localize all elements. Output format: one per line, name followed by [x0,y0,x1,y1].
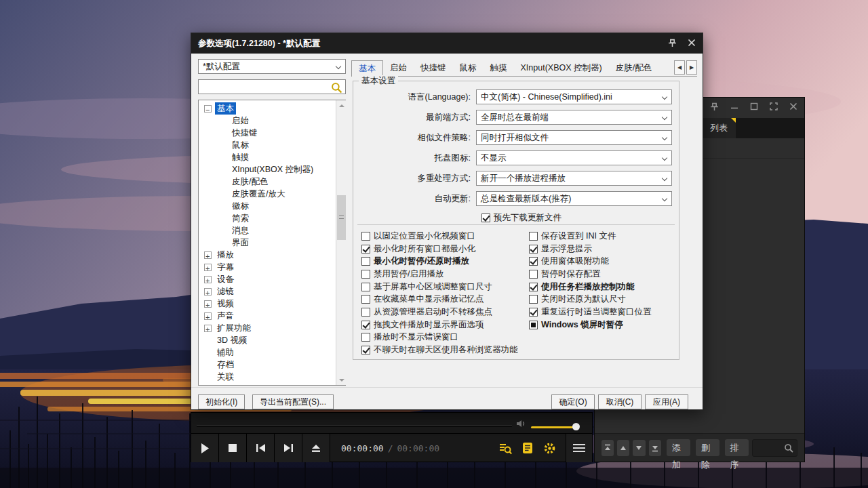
checkbox-row[interactable]: Windows 锁屏时暂停 [529,319,677,331]
dialog-tab[interactable]: 触摸 [484,60,514,76]
checkbox-row[interactable]: 最小化时所有窗口都最小化 [361,243,526,256]
tree-item[interactable]: 扩展功能 [200,322,345,334]
checkbox-row[interactable]: 关闭时还原为默认尺寸 [529,293,677,306]
checkbox-row[interactable]: 以固定位置最小化视频窗口 [361,230,526,243]
add-button[interactable]: 添加 [667,439,690,456]
dialog-tab[interactable]: 皮肤/配色 [609,60,658,76]
skip-forward-button[interactable] [275,434,302,462]
checkbox[interactable] [361,308,370,317]
checkbox[interactable] [361,346,370,354]
checkbox[interactable] [361,232,370,241]
checkbox[interactable] [361,295,370,304]
playlist-search-button[interactable] [499,442,512,455]
checkbox-row[interactable]: 保存设置到 INI 文件 [529,230,677,243]
checkbox[interactable] [361,283,370,291]
checkbox[interactable] [529,270,538,279]
eject-button[interactable] [302,434,330,462]
dropdown[interactable]: 中文(简体) - Chinese(Simplified).ini [476,89,672,104]
tree-item[interactable]: 界面 [200,237,345,249]
dialog-tab[interactable]: 鼠标 [453,60,484,76]
tree-item[interactable]: 徽标 [200,200,345,212]
checkbox-row[interactable]: 拖拽文件播放时显示界面选项 [361,319,526,331]
tree-item[interactable]: 配置 [200,383,345,386]
init-button[interactable]: 初始化(I) [198,394,245,409]
volume-knob[interactable] [572,423,580,430]
dropdown[interactable]: 不显示 [476,150,672,165]
tree-item[interactable]: 滤镜 [200,285,345,298]
tree-expand-icon[interactable] [204,251,212,259]
checkbox[interactable] [529,245,538,253]
scroll-down-icon[interactable] [336,375,347,385]
tree-item[interactable]: 鼠标 [200,139,345,151]
tree-item[interactable]: 消息 [200,224,345,237]
tree-item[interactable]: 皮肤覆盖/放大 [200,188,345,200]
tree-item[interactable]: 关联 [200,371,345,383]
tree-item[interactable]: 字幕 [200,261,345,273]
scrollbar-thumb[interactable] [337,195,346,240]
tab-scroll-right-icon[interactable]: ▶ [686,60,697,75]
tree-scrollbar[interactable] [336,100,346,385]
tree-expand-icon[interactable] [204,276,212,283]
tree-item[interactable]: 基本 [200,102,345,115]
delete-button[interactable]: 删除 [696,439,719,456]
settings-search-input[interactable] [199,80,345,94]
skip-back-button[interactable] [247,434,275,462]
checkbox-row[interactable]: 从资源管理器启动时不转移焦点 [361,306,526,319]
minimize-icon[interactable] [730,102,738,111]
dropdown[interactable]: 同时打开相似文件 [476,130,672,145]
tree-expand-icon[interactable] [204,300,212,308]
ok-button[interactable]: 确定(O) [551,394,595,409]
dialog-tab[interactable]: 启始 [383,60,414,76]
checkbox[interactable] [529,308,538,317]
checkbox[interactable] [481,214,490,222]
tree-item[interactable]: 触摸 [200,151,345,163]
pin-icon[interactable] [710,102,719,111]
stop-button[interactable] [219,434,247,462]
checkbox-row[interactable]: 最小化时暂停/还原时播放 [361,255,526,268]
checkbox-row[interactable]: 基于屏幕中心区域调整窗口尺寸 [361,281,526,293]
checkbox-row[interactable]: 使用任务栏播放控制功能 [529,281,677,293]
log-button[interactable] [522,442,533,454]
checkbox[interactable] [361,321,370,329]
checkbox[interactable] [529,321,538,329]
dropdown[interactable]: 全屏时总在最前端 [476,110,672,125]
move-top-button[interactable] [601,440,614,456]
checkbox-row[interactable]: 禁用暂停/启用播放 [361,268,526,281]
expand-icon[interactable] [770,102,778,111]
volume-slider[interactable] [531,426,574,428]
dropdown[interactable]: 总是检查最新版本(推荐) [476,191,672,206]
tree-item[interactable]: 视频 [200,298,345,310]
tree-item[interactable]: 3D 视频 [200,334,345,346]
seek-bar[interactable] [197,425,512,427]
maximize-icon[interactable] [750,102,758,111]
checkbox-row[interactable]: 重复运行时适当调整窗口位置 [529,306,677,319]
dialog-titlebar[interactable]: 参数选项(1.7.21280) - *默认配置 [191,33,703,54]
tree-expand-icon[interactable] [204,288,212,296]
tree-item[interactable]: 辅助 [200,346,345,359]
play-button[interactable] [191,434,219,462]
checkbox[interactable] [529,295,538,304]
checkbox-row[interactable]: 使用窗体吸附功能 [529,255,677,268]
tree-expand-icon[interactable] [204,264,212,271]
speaker-icon[interactable] [516,419,527,431]
tree-item[interactable]: 皮肤/配色 [200,176,345,188]
checkbox-row[interactable]: 显示浮悬提示 [529,243,677,256]
scroll-up-icon[interactable] [336,100,347,110]
tree-item[interactable]: 设备 [200,273,345,285]
tab-scroll-left-icon[interactable]: ◀ [674,60,685,75]
dialog-tab[interactable]: 快捷键 [414,60,453,76]
move-up-button[interactable] [617,440,629,456]
dropdown[interactable]: 新开一个播放进程播放 [476,171,672,186]
checkbox-row[interactable]: 在收藏菜单中显示播放记忆点 [361,293,526,306]
tree-item[interactable]: 声音 [200,310,345,322]
settings-button[interactable] [543,442,556,455]
tree-item[interactable]: XInput(XBOX 控制器) [200,163,345,176]
pin-icon[interactable] [668,39,677,47]
checkbox[interactable] [529,257,538,266]
tree-expand-icon[interactable] [204,312,212,320]
checkbox[interactable] [361,245,370,253]
checkbox-row[interactable]: 播放时不显示错误窗口 [361,331,526,344]
dialog-tab[interactable]: XInput(XBOX 控制器) [514,60,609,76]
tree-item[interactable]: 启始 [200,115,345,127]
dialog-tab[interactable]: 基本 [351,60,383,77]
